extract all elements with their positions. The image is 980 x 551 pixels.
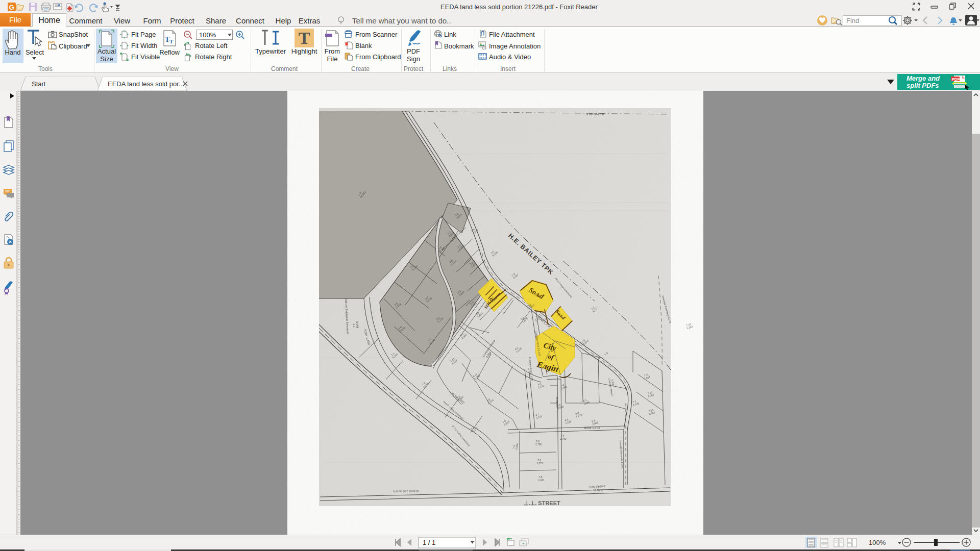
svg-text:Find: Find — [846, 17, 859, 24]
svg-text:N 89-58-26 E: N 89-58-26 E — [586, 113, 604, 116]
svg-text:1-1: 1-1 — [353, 323, 356, 328]
svg-text:N 89-53-26 E 39.98.98: N 89-53-26 E 39.98.98 — [393, 489, 419, 493]
svg-text:2,782: 2,782 — [537, 462, 544, 465]
svg-text:8,085: 8,085 — [356, 321, 359, 329]
svg-text:1 / 1: 1 / 1 — [423, 539, 435, 546]
svg-text:ROW 1,523: ROW 1,523 — [584, 426, 600, 430]
svg-text:⊥.⊥. STREET: ⊥.⊥. STREET — [524, 500, 560, 506]
svg-text:N 89-58-26 E: N 89-58-26 E — [590, 485, 606, 488]
svg-text:Start: Start — [32, 80, 46, 88]
svg-text:EEDA land less sold por...: EEDA land less sold por... — [108, 80, 184, 88]
svg-text:2,790: 2,790 — [560, 437, 567, 440]
svg-text:PDF: PDF — [952, 77, 960, 82]
svg-text:2,431: 2,431 — [538, 479, 545, 482]
svg-text:2,790: 2,790 — [535, 443, 542, 446]
svg-text:100%: 100% — [869, 539, 886, 546]
svg-text:T: T — [169, 38, 174, 44]
svg-text:38.98.98: 38.98.98 — [593, 488, 604, 492]
svg-text:G: G — [9, 4, 15, 11]
